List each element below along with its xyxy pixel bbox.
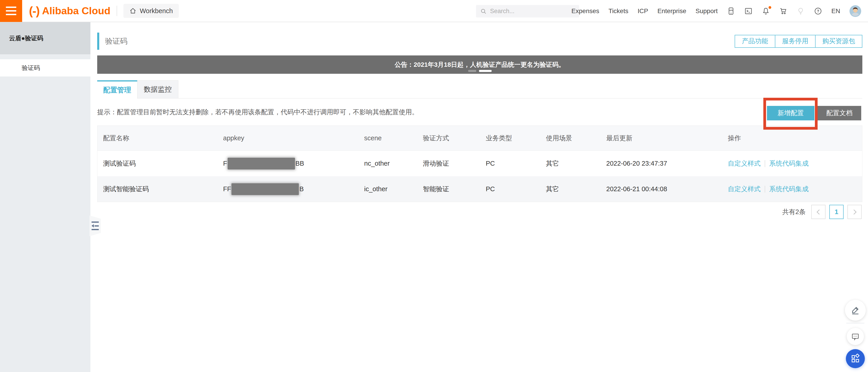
column-header-verify-type: 验证方式 (423, 134, 486, 143)
sidebar-item-captcha[interactable]: 验证码 (0, 59, 90, 77)
home-icon (129, 7, 136, 15)
nav-support[interactable]: Support (695, 7, 718, 15)
cell-usage-scene: 其它 (546, 184, 606, 194)
mini-apps-fab[interactable] (846, 349, 865, 368)
global-search[interactable] (476, 5, 579, 18)
nav-enterprise[interactable]: Enterprise (657, 7, 686, 15)
table-row: 测试验证码 F BB nc_other 滑动验证 PC 其它 2022-06-2… (97, 151, 862, 176)
column-header-business-type: 业务类型 (486, 134, 546, 143)
tab-config-management[interactable]: 配置管理 (97, 80, 137, 98)
carousel-indicator-1[interactable] (468, 70, 476, 72)
carousel-indicator-2[interactable] (479, 70, 492, 72)
column-header-appkey: appkey (223, 135, 364, 142)
cell-usage-scene: 其它 (546, 159, 606, 168)
shopping-cart-icon[interactable] (779, 7, 787, 15)
apps-grid-icon (850, 354, 860, 364)
column-header-usage-scene: 使用场景 (546, 134, 606, 143)
chevron-left-icon (816, 209, 822, 214)
config-doc-button[interactable]: 配置文档 (817, 106, 861, 120)
banner-carousel-indicators (468, 70, 492, 72)
tab-data-monitoring[interactable]: 数据监控 (137, 80, 178, 98)
column-header-last-updated: 最后更新 (606, 134, 728, 143)
page-header: 验证码 产品功能 服务停用 购买资源包 (97, 31, 862, 51)
alibaba-cloud-logo[interactable]: (-) Alibaba Cloud (29, 4, 110, 18)
topbar-right-nav: Expenses Tickets ICP Enterprise Support … (571, 0, 868, 22)
notifications-bell-icon[interactable] (762, 7, 770, 15)
custom-style-link[interactable]: 自定义样式 (728, 184, 761, 194)
nav-tickets[interactable]: Tickets (609, 7, 628, 15)
product-features-button[interactable]: 产品功能 (735, 35, 775, 48)
action-divider (765, 186, 765, 193)
table-header-row: 配置名称 appkey scene 验证方式 业务类型 使用场景 最后更新 操作 (97, 126, 862, 151)
system-code-integration-link[interactable]: 系统代码集成 (769, 184, 809, 194)
pencil-icon (850, 305, 860, 315)
topbar-divider (117, 6, 117, 16)
service-deactivation-button[interactable]: 服务停用 (775, 35, 815, 48)
header-button-group: 产品功能 服务停用 购买资源包 (735, 35, 862, 48)
pagination-next-button[interactable] (847, 205, 862, 219)
sidebar-collapse-handle[interactable] (90, 216, 101, 236)
appkey-redaction-block (228, 158, 295, 170)
svg-text:APP: APP (729, 9, 734, 11)
cell-business-type: PC (486, 185, 546, 193)
config-table: 配置名称 appkey scene 验证方式 业务类型 使用场景 最后更新 操作… (97, 125, 862, 202)
language-selector[interactable]: EN (831, 7, 840, 15)
cell-config-name: 测试智能验证码 (97, 184, 223, 194)
column-header-actions: 操作 (728, 134, 862, 143)
hint-row: 提示：配置管理目前暂时无法支持删除，若不再使用该条配置，代码中不进行调用即可，不… (97, 104, 862, 121)
action-divider (765, 160, 765, 167)
help-icon[interactable]: ? (814, 7, 822, 15)
appkey-suffix: B (299, 185, 304, 193)
custom-style-link[interactable]: 自定义样式 (728, 159, 761, 168)
workbench-button[interactable]: Workbench (123, 4, 179, 18)
feedback-edit-fab[interactable] (845, 300, 866, 321)
search-icon (480, 8, 487, 15)
cell-scene: nc_other (364, 160, 423, 167)
pagination-page-1[interactable]: 1 (829, 205, 844, 219)
cell-business-type: PC (486, 160, 546, 167)
table-row: 测试智能验证码 FF B ic_other 智能验证 PC 其它 2022-06… (97, 176, 862, 202)
workbench-label: Workbench (140, 7, 173, 15)
pagination-total: 共有2条 (782, 207, 806, 217)
user-avatar[interactable] (849, 5, 861, 17)
svg-text:?: ? (817, 9, 819, 13)
column-header-scene: scene (364, 135, 423, 142)
pagination-prev-button[interactable] (811, 205, 826, 219)
announcement-text: 公告：2021年3月18日起，人机验证产品统一更名为验证码。 (395, 60, 565, 69)
hamburger-menu-icon[interactable] (0, 0, 22, 22)
mobile-app-icon[interactable]: APP (727, 7, 735, 15)
nav-icp[interactable]: ICP (638, 7, 648, 15)
alibaba-cloud-logo-icon: (-) (29, 4, 39, 18)
announcement-banner: 公告：2021年3月18日起，人机验证产品统一更名为验证码。 (97, 55, 862, 74)
column-header-name: 配置名称 (97, 134, 223, 143)
buy-resource-package-button[interactable]: 购买资源包 (815, 35, 862, 48)
cell-appkey: F BB (223, 158, 364, 170)
lightbulb-icon[interactable] (797, 7, 805, 15)
collapse-sidebar-icon (92, 222, 99, 230)
system-code-integration-link[interactable]: 系统代码集成 (769, 159, 809, 168)
appkey-prefix: FF (223, 185, 231, 193)
title-accent-bar (97, 33, 99, 50)
tabs: 配置管理 数据监控 (97, 80, 178, 98)
cell-last-updated: 2022-06-20 23:47:37 (606, 160, 728, 167)
appkey-redaction-block (231, 183, 299, 195)
cell-config-name: 测试验证码 (97, 159, 223, 168)
appkey-suffix: BB (296, 160, 304, 167)
nav-expenses[interactable]: Expenses (571, 7, 599, 15)
cell-actions: 自定义样式 系统代码集成 (728, 184, 862, 194)
cell-appkey: FF B (223, 183, 364, 195)
tabs-underline (97, 98, 862, 98)
alibaba-cloud-logo-text: Alibaba Cloud (42, 5, 111, 17)
support-chat-fab[interactable] (847, 328, 864, 345)
cell-verify-type: 滑动验证 (423, 159, 486, 168)
cell-actions: 自定义样式 系统代码集成 (728, 159, 862, 168)
search-input[interactable] (490, 8, 571, 15)
appkey-prefix: F (223, 160, 227, 167)
add-config-button[interactable]: 新增配置 (767, 106, 814, 120)
cloud-shell-icon[interactable] (744, 7, 752, 15)
sidebar-product-title: 云盾●验证码 (0, 22, 90, 54)
hint-text: 提示：配置管理目前暂时无法支持删除，若不再使用该条配置，代码中不进行调用即可，不… (97, 108, 418, 117)
cell-verify-type: 智能验证 (423, 184, 486, 194)
chevron-right-icon (851, 209, 857, 214)
sidebar: 云盾●验证码 验证码 (0, 22, 90, 372)
